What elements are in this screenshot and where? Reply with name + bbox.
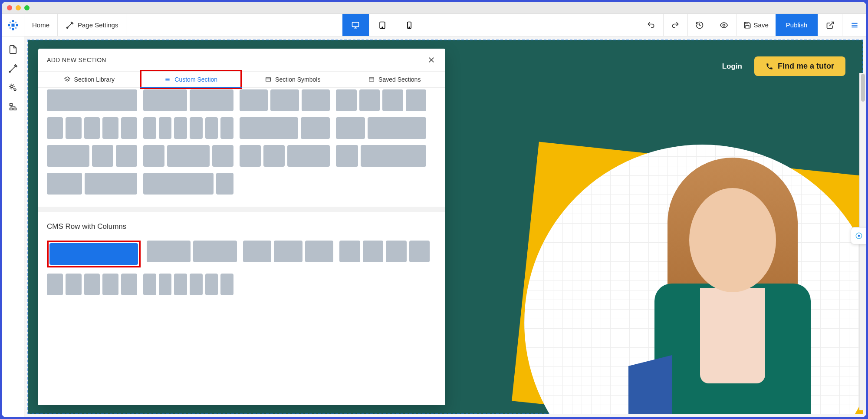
tab-section-symbols-label: Section Symbols <box>275 76 320 83</box>
layout-cell <box>361 145 427 167</box>
layout-cell <box>336 145 358 167</box>
layout-option[interactable] <box>47 117 137 139</box>
redo-icon <box>671 21 680 30</box>
book-prop <box>628 355 672 414</box>
maximize-window-icon[interactable] <box>24 5 30 10</box>
layout-option[interactable] <box>47 241 141 267</box>
layout-cell <box>102 117 118 139</box>
cms-layout-grid <box>38 239 445 307</box>
svg-rect-6 <box>15 21 16 23</box>
preview-nav: Login Find me a tutor <box>722 56 845 76</box>
close-window-icon[interactable] <box>7 5 12 10</box>
open-external-button[interactable] <box>818 14 842 36</box>
structure-panel-button[interactable] <box>4 98 22 115</box>
layout-option[interactable] <box>339 241 430 262</box>
nav-login-link[interactable]: Login <box>722 62 742 71</box>
layout-cell <box>270 89 299 111</box>
assistant-launcher[interactable] <box>851 227 866 244</box>
tab-saved-sections-label: Saved Sections <box>378 76 421 83</box>
design-panel-button[interactable] <box>4 60 22 77</box>
layout-cell <box>302 89 330 111</box>
app-logo[interactable] <box>2 14 24 36</box>
layout-option[interactable] <box>240 89 330 111</box>
layout-cell <box>143 274 156 295</box>
settings-panel-button[interactable] <box>4 79 22 96</box>
history-button[interactable] <box>687 14 712 36</box>
tablet-view-button[interactable] <box>369 14 396 36</box>
svg-rect-8 <box>15 27 16 29</box>
layout-option[interactable] <box>243 241 333 262</box>
layout-cell <box>47 274 63 295</box>
layout-cell <box>220 274 233 295</box>
gears-icon <box>8 83 18 92</box>
page-settings-button[interactable]: Page Settings <box>58 14 126 36</box>
layout-cell <box>243 241 271 262</box>
desktop-view-button[interactable] <box>342 14 369 36</box>
cta-label: Find me a tutor <box>778 62 834 71</box>
modal-body[interactable]: CMS Row with Columns <box>38 88 445 405</box>
svg-line-20 <box>829 22 833 26</box>
minimize-window-icon[interactable] <box>16 5 21 10</box>
modal-close-button[interactable] <box>426 55 437 65</box>
layout-cell <box>363 241 384 262</box>
layout-cell <box>159 117 172 139</box>
layout-option[interactable] <box>336 145 426 167</box>
modal-title: ADD NEW SECTION <box>47 56 106 63</box>
design-tools-icon <box>8 64 18 73</box>
layout-cell <box>339 241 360 262</box>
svg-rect-4 <box>11 23 14 26</box>
layout-option[interactable] <box>240 145 330 167</box>
tab-custom-section-label: Custom Section <box>174 76 217 83</box>
svg-marker-34 <box>65 77 70 80</box>
svg-rect-2 <box>8 24 10 26</box>
layout-cell <box>406 89 427 111</box>
layout-option[interactable] <box>143 117 233 139</box>
layout-option[interactable] <box>143 173 233 195</box>
history-icon <box>695 21 704 30</box>
layout-option[interactable] <box>47 145 137 167</box>
menu-button[interactable] <box>842 14 866 36</box>
layout-option[interactable] <box>143 89 233 111</box>
redo-button[interactable] <box>663 14 687 36</box>
svg-rect-12 <box>352 22 359 26</box>
undo-button[interactable] <box>639 14 663 36</box>
scroll-thumb[interactable] <box>861 74 865 102</box>
layout-option[interactable] <box>47 173 137 195</box>
page-settings-label: Page Settings <box>78 21 118 29</box>
layout-cell <box>167 145 210 167</box>
tab-section-symbols[interactable]: Section Symbols <box>242 72 344 87</box>
layers-icon <box>64 76 71 83</box>
layout-option[interactable] <box>336 117 426 139</box>
layout-cell <box>147 241 191 262</box>
preview-button[interactable] <box>712 14 736 36</box>
save-button[interactable]: Save <box>736 14 776 36</box>
layout-cell <box>190 117 203 139</box>
device-preview-group <box>342 14 423 36</box>
layout-cell <box>336 89 357 111</box>
layout-option[interactable] <box>143 145 233 167</box>
layout-option[interactable] <box>147 241 237 262</box>
publish-button[interactable]: Publish <box>776 14 818 36</box>
mobile-view-button[interactable] <box>396 14 423 36</box>
svg-point-11 <box>67 27 68 28</box>
tab-custom-section[interactable]: Custom Section <box>140 72 242 87</box>
layout-cell <box>220 117 233 139</box>
section-icon <box>265 76 272 83</box>
page-preview[interactable]: Login Find me a tutor ADD NEW SECTION <box>28 40 863 414</box>
svg-point-27 <box>10 86 13 88</box>
tab-section-library[interactable]: Section Library <box>38 72 140 87</box>
mobile-icon <box>405 21 414 30</box>
tab-saved-sections[interactable]: Saved Sections <box>344 72 446 87</box>
home-button[interactable]: Home <box>24 14 57 36</box>
layout-cell <box>85 173 137 195</box>
layout-option[interactable] <box>336 89 426 111</box>
cta-button[interactable]: Find me a tutor <box>754 56 845 76</box>
layout-option[interactable] <box>47 274 137 295</box>
layout-cell <box>159 274 172 295</box>
pages-panel-button[interactable] <box>4 41 22 58</box>
layout-cell <box>47 117 63 139</box>
layout-option[interactable] <box>143 274 233 295</box>
layout-option[interactable] <box>47 89 137 111</box>
layout-option[interactable] <box>240 117 330 139</box>
layout-cell <box>174 274 187 295</box>
